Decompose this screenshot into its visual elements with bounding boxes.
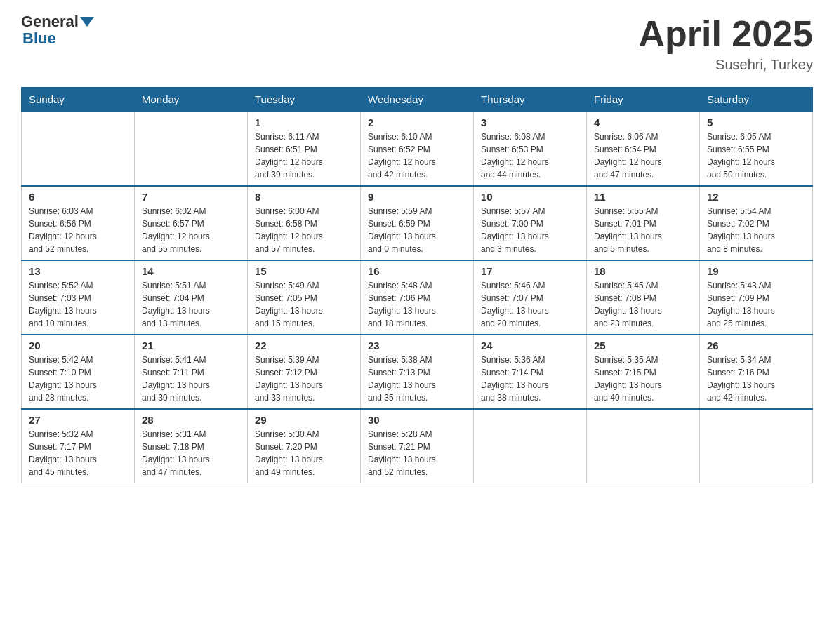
calendar-table: SundayMondayTuesdayWednesdayThursdayFrid… (21, 87, 813, 483)
day-number: 16 (368, 265, 466, 277)
calendar-cell: 26Sunrise: 5:34 AM Sunset: 7:16 PM Dayli… (700, 335, 813, 409)
calendar-cell: 13Sunrise: 5:52 AM Sunset: 7:03 PM Dayli… (22, 260, 135, 335)
weekday-header-sunday: Sunday (22, 88, 135, 112)
calendar-week-1: 1Sunrise: 6:11 AM Sunset: 6:51 PM Daylig… (22, 112, 813, 186)
calendar-week-4: 20Sunrise: 5:42 AM Sunset: 7:10 PM Dayli… (22, 335, 813, 409)
calendar-week-2: 6Sunrise: 6:03 AM Sunset: 6:56 PM Daylig… (22, 186, 813, 260)
title-section: April 2025 Susehri, Turkey (638, 14, 813, 73)
day-info: Sunrise: 5:52 AM Sunset: 7:03 PM Dayligh… (29, 279, 127, 330)
day-number: 11 (594, 191, 692, 203)
day-number: 13 (29, 265, 127, 277)
day-info: Sunrise: 5:38 AM Sunset: 7:13 PM Dayligh… (368, 354, 466, 404)
weekday-header-row: SundayMondayTuesdayWednesdayThursdayFrid… (22, 88, 813, 112)
day-number: 23 (368, 340, 466, 351)
day-number: 25 (594, 340, 692, 351)
day-number: 3 (481, 116, 579, 128)
day-number: 8 (255, 191, 353, 203)
day-number: 24 (481, 340, 579, 351)
logo-blue-text: Blue (22, 29, 56, 47)
calendar-cell: 24Sunrise: 5:36 AM Sunset: 7:14 PM Dayli… (474, 335, 587, 409)
day-info: Sunrise: 6:02 AM Sunset: 6:57 PM Dayligh… (142, 205, 240, 255)
weekday-header-tuesday: Tuesday (248, 88, 361, 112)
day-number: 4 (594, 116, 692, 128)
day-info: Sunrise: 5:48 AM Sunset: 7:06 PM Dayligh… (368, 279, 466, 330)
day-info: Sunrise: 5:30 AM Sunset: 7:20 PM Dayligh… (255, 428, 353, 478)
calendar-cell: 30Sunrise: 5:28 AM Sunset: 7:21 PM Dayli… (361, 409, 474, 483)
calendar-cell (474, 409, 587, 483)
logo: General Blue (21, 14, 95, 48)
day-info: Sunrise: 6:03 AM Sunset: 6:56 PM Dayligh… (29, 205, 127, 255)
calendar-cell: 10Sunrise: 5:57 AM Sunset: 7:00 PM Dayli… (474, 186, 587, 260)
calendar-cell: 2Sunrise: 6:10 AM Sunset: 6:52 PM Daylig… (361, 112, 474, 186)
logo-triangle-icon (80, 17, 94, 27)
calendar-cell: 17Sunrise: 5:46 AM Sunset: 7:07 PM Dayli… (474, 260, 587, 335)
calendar-cell: 1Sunrise: 6:11 AM Sunset: 6:51 PM Daylig… (248, 112, 361, 186)
page-title: April 2025 (638, 14, 813, 54)
calendar-cell: 3Sunrise: 6:08 AM Sunset: 6:53 PM Daylig… (474, 112, 587, 186)
calendar-cell: 25Sunrise: 5:35 AM Sunset: 7:15 PM Dayli… (587, 335, 700, 409)
weekday-header-wednesday: Wednesday (361, 88, 474, 112)
day-number: 14 (142, 265, 240, 277)
weekday-header-friday: Friday (587, 88, 700, 112)
calendar-cell: 7Sunrise: 6:02 AM Sunset: 6:57 PM Daylig… (135, 186, 248, 260)
calendar-cell: 18Sunrise: 5:45 AM Sunset: 7:08 PM Dayli… (587, 260, 700, 335)
day-info: Sunrise: 6:00 AM Sunset: 6:58 PM Dayligh… (255, 205, 353, 255)
calendar-cell: 29Sunrise: 5:30 AM Sunset: 7:20 PM Dayli… (248, 409, 361, 483)
calendar-cell (22, 112, 135, 186)
calendar-cell: 6Sunrise: 6:03 AM Sunset: 6:56 PM Daylig… (22, 186, 135, 260)
calendar-cell: 27Sunrise: 5:32 AM Sunset: 7:17 PM Dayli… (22, 409, 135, 483)
day-number: 15 (255, 265, 353, 277)
calendar-week-5: 27Sunrise: 5:32 AM Sunset: 7:17 PM Dayli… (22, 409, 813, 483)
calendar-cell: 12Sunrise: 5:54 AM Sunset: 7:02 PM Dayli… (700, 186, 813, 260)
calendar-week-3: 13Sunrise: 5:52 AM Sunset: 7:03 PM Dayli… (22, 260, 813, 335)
day-number: 18 (594, 265, 692, 277)
page-header: General Blue April 2025 Susehri, Turkey (21, 14, 813, 73)
day-number: 10 (481, 191, 579, 203)
day-number: 20 (29, 340, 127, 351)
day-info: Sunrise: 5:49 AM Sunset: 7:05 PM Dayligh… (255, 279, 353, 330)
day-number: 7 (142, 191, 240, 203)
day-info: Sunrise: 5:32 AM Sunset: 7:17 PM Dayligh… (29, 428, 127, 478)
calendar-cell: 11Sunrise: 5:55 AM Sunset: 7:01 PM Dayli… (587, 186, 700, 260)
day-info: Sunrise: 5:36 AM Sunset: 7:14 PM Dayligh… (481, 354, 579, 404)
calendar-cell: 28Sunrise: 5:31 AM Sunset: 7:18 PM Dayli… (135, 409, 248, 483)
calendar-cell: 20Sunrise: 5:42 AM Sunset: 7:10 PM Dayli… (22, 335, 135, 409)
day-info: Sunrise: 6:06 AM Sunset: 6:54 PM Dayligh… (594, 130, 692, 181)
day-info: Sunrise: 5:43 AM Sunset: 7:09 PM Dayligh… (707, 279, 805, 330)
day-info: Sunrise: 5:45 AM Sunset: 7:08 PM Dayligh… (594, 279, 692, 330)
day-info: Sunrise: 5:46 AM Sunset: 7:07 PM Dayligh… (481, 279, 579, 330)
location-label: Susehri, Turkey (638, 57, 813, 73)
day-info: Sunrise: 5:28 AM Sunset: 7:21 PM Dayligh… (368, 428, 466, 478)
day-number: 5 (707, 116, 805, 128)
day-number: 12 (707, 191, 805, 203)
weekday-header-saturday: Saturday (700, 88, 813, 112)
calendar-cell (700, 409, 813, 483)
day-number: 2 (368, 116, 466, 128)
calendar-cell: 9Sunrise: 5:59 AM Sunset: 6:59 PM Daylig… (361, 186, 474, 260)
calendar-cell (135, 112, 248, 186)
day-info: Sunrise: 5:59 AM Sunset: 6:59 PM Dayligh… (368, 205, 466, 255)
day-info: Sunrise: 6:10 AM Sunset: 6:52 PM Dayligh… (368, 130, 466, 181)
day-number: 19 (707, 265, 805, 277)
logo-general-text: General (21, 14, 79, 29)
day-info: Sunrise: 5:34 AM Sunset: 7:16 PM Dayligh… (707, 354, 805, 404)
day-info: Sunrise: 5:35 AM Sunset: 7:15 PM Dayligh… (594, 354, 692, 404)
calendar-cell: 21Sunrise: 5:41 AM Sunset: 7:11 PM Dayli… (135, 335, 248, 409)
calendar-cell: 23Sunrise: 5:38 AM Sunset: 7:13 PM Dayli… (361, 335, 474, 409)
day-info: Sunrise: 5:57 AM Sunset: 7:00 PM Dayligh… (481, 205, 579, 255)
calendar-cell: 14Sunrise: 5:51 AM Sunset: 7:04 PM Dayli… (135, 260, 248, 335)
day-info: Sunrise: 5:31 AM Sunset: 7:18 PM Dayligh… (142, 428, 240, 478)
day-number: 9 (368, 191, 466, 203)
calendar-cell: 8Sunrise: 6:00 AM Sunset: 6:58 PM Daylig… (248, 186, 361, 260)
calendar-cell: 5Sunrise: 6:05 AM Sunset: 6:55 PM Daylig… (700, 112, 813, 186)
day-number: 22 (255, 340, 353, 351)
day-number: 28 (142, 414, 240, 426)
calendar-cell (587, 409, 700, 483)
day-info: Sunrise: 5:41 AM Sunset: 7:11 PM Dayligh… (142, 354, 240, 404)
day-number: 27 (29, 414, 127, 426)
day-info: Sunrise: 6:05 AM Sunset: 6:55 PM Dayligh… (707, 130, 805, 181)
day-number: 29 (255, 414, 353, 426)
day-info: Sunrise: 5:54 AM Sunset: 7:02 PM Dayligh… (707, 205, 805, 255)
day-info: Sunrise: 5:55 AM Sunset: 7:01 PM Dayligh… (594, 205, 692, 255)
day-number: 26 (707, 340, 805, 351)
